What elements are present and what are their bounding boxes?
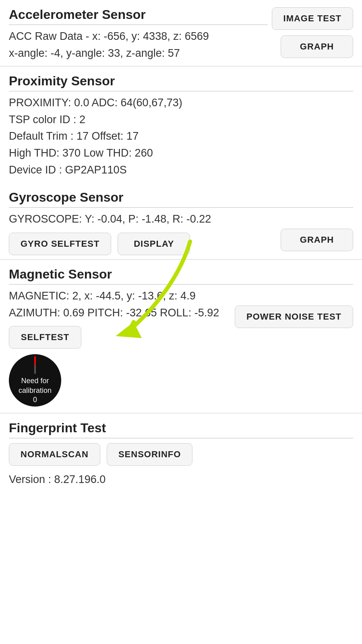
magnetic-right: POWER NOISE TEST bbox=[231, 288, 353, 328]
compass-needle bbox=[34, 356, 36, 374]
gyroscope-section: Gyroscope Sensor GYROSCOPE: Y: -0.04, P:… bbox=[0, 183, 362, 260]
gyroscope-graph-button[interactable]: GRAPH bbox=[281, 229, 353, 251]
proximity-data: PROXIMITY: 0.0 ADC: 64(60,67,73) TSP col… bbox=[9, 95, 353, 179]
magnetic-row: MAGNETIC: 2, x: -44.5, y: -13.6, z: 4.9 … bbox=[9, 288, 353, 409]
accelerometer-title: Accelerometer Sensor bbox=[9, 7, 268, 22]
proximity-title: Proximity Sensor bbox=[9, 74, 353, 89]
proximity-line4: High THD: 370 Low THD: 260 bbox=[9, 145, 353, 162]
compass-label: Need for calibration 0 bbox=[9, 376, 61, 405]
fingerprint-version: Version : 8.27.196.0 bbox=[9, 471, 353, 488]
magnetic-btn-row: SELFTEST bbox=[9, 326, 231, 349]
proximity-line5: Device ID : GP2AP110S bbox=[9, 162, 353, 179]
image-test-button[interactable]: IMAGE TEST bbox=[272, 7, 353, 30]
magnetic-title: Magnetic Sensor bbox=[9, 267, 353, 282]
compass-circle: Need for calibration 0 bbox=[9, 354, 61, 407]
gyroscope-title: Gyroscope Sensor bbox=[9, 190, 353, 205]
compass-wrap: Need for calibration 0 bbox=[9, 354, 231, 407]
gyro-display-button[interactable]: DISPLAY bbox=[118, 233, 190, 255]
magnetic-line2: AZIMUTH: 0.69 PITCH: -32.65 ROLL: -5.92 bbox=[9, 305, 231, 322]
accelerometer-raw-data: ACC Raw Data - x: -656, y: 4338, z: 6569 bbox=[9, 28, 268, 45]
sensorinfo-button[interactable]: SENSORINFO bbox=[107, 443, 192, 466]
magnetic-data: MAGNETIC: 2, x: -44.5, y: -13.6, z: 4.9 … bbox=[9, 288, 231, 322]
gyroscope-btn-row: GYRO SELFTEST DISPLAY bbox=[9, 233, 277, 255]
accelerometer-left: Accelerometer Sensor ACC Raw Data - x: -… bbox=[9, 7, 268, 62]
fingerprint-section: Fingerprint Test NORMALSCAN SENSORINFO V… bbox=[0, 413, 362, 492]
proximity-line3: Default Trim : 17 Offset: 17 bbox=[9, 128, 353, 145]
magnetic-section: Magnetic Sensor MAGNETIC: 2, x: -44.5, y… bbox=[0, 260, 362, 414]
proximity-line2: TSP color ID : 2 bbox=[9, 111, 353, 128]
accelerometer-section: Accelerometer Sensor ACC Raw Data - x: -… bbox=[0, 0, 362, 66]
normalscan-button[interactable]: NORMALSCAN bbox=[9, 443, 100, 466]
accelerometer-angles: x-angle: -4, y-angle: 33, z-angle: 57 bbox=[9, 45, 268, 62]
proximity-line1: PROXIMITY: 0.0 ADC: 64(60,67,73) bbox=[9, 95, 353, 111]
magnetic-left: MAGNETIC: 2, x: -44.5, y: -13.6, z: 4.9 … bbox=[9, 288, 231, 409]
magnetic-line1: MAGNETIC: 2, x: -44.5, y: -13.6, z: 4.9 bbox=[9, 288, 231, 305]
gyroscope-left: GYROSCOPE: Y: -0.04, P: -1.48, R: -0.22 … bbox=[9, 211, 277, 255]
gyro-selftest-button[interactable]: GYRO SELFTEST bbox=[9, 233, 111, 255]
gyroscope-row: GYROSCOPE: Y: -0.04, P: -1.48, R: -0.22 … bbox=[9, 211, 353, 255]
fingerprint-title: Fingerprint Test bbox=[9, 421, 353, 436]
gyroscope-data: GYROSCOPE: Y: -0.04, P: -1.48, R: -0.22 bbox=[9, 211, 277, 228]
accelerometer-graph-button[interactable]: GRAPH bbox=[281, 35, 353, 58]
proximity-section: Proximity Sensor PROXIMITY: 0.0 ADC: 64(… bbox=[0, 66, 362, 183]
accelerometer-right: IMAGE TEST GRAPH bbox=[268, 7, 353, 58]
power-noise-test-button[interactable]: POWER NOISE TEST bbox=[235, 305, 353, 328]
magnetic-selftest-button[interactable]: SELFTEST bbox=[9, 326, 81, 349]
gyroscope-right: GRAPH bbox=[277, 211, 353, 251]
fingerprint-btn-row: NORMALSCAN SENSORINFO bbox=[9, 443, 353, 466]
